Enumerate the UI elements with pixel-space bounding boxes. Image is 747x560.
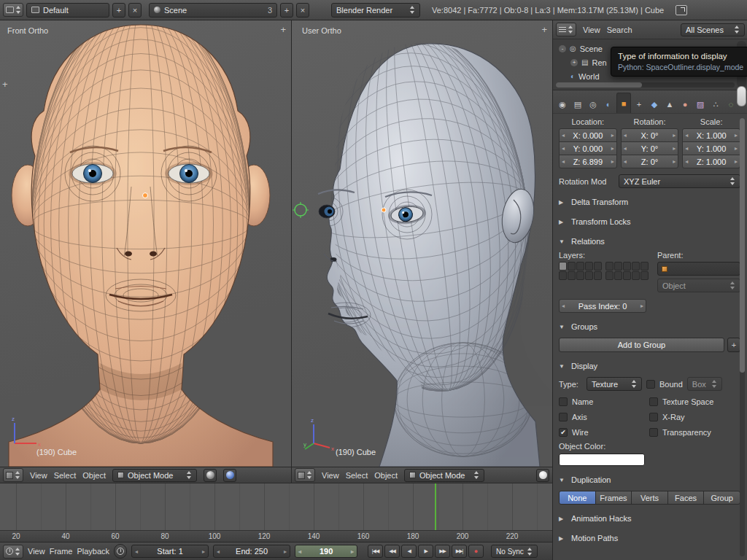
viewport-shading-button[interactable] — [536, 469, 549, 482]
layer-toggle[interactable] — [614, 271, 622, 280]
tab-object[interactable]: ■ — [616, 93, 631, 113]
menu-object[interactable]: Object — [374, 471, 398, 480]
jump-to-end-button[interactable]: ▶▶| — [452, 545, 467, 558]
decrement-icon[interactable]: ◂ — [217, 548, 220, 555]
display-mode-dropdown[interactable]: All Scenes — [681, 23, 745, 36]
panel-delta-transform[interactable]: ▶Delta Transform — [559, 196, 740, 208]
transform-field[interactable]: ◂Z: 1.000▸ — [682, 155, 740, 168]
menu-select[interactable]: Select — [346, 471, 368, 480]
duplication-faces[interactable]: Faces — [667, 491, 705, 505]
tab-material[interactable]: ● — [678, 96, 692, 113]
object-color-swatch[interactable] — [559, 454, 645, 466]
editor-type-info-icon[interactable] — [3, 3, 23, 17]
checkbox-texture-space[interactable]: Texture Space — [649, 397, 740, 406]
panel-motion-paths[interactable]: ▶Motion Paths — [559, 532, 740, 544]
checkbox-box[interactable] — [649, 428, 658, 437]
tab-data[interactable]: ▲ — [662, 96, 677, 113]
layers-grid-1[interactable] — [559, 262, 602, 280]
new-group-button[interactable]: + — [727, 338, 740, 352]
layer-toggle[interactable] — [576, 271, 584, 280]
prev-keyframe-button[interactable]: ◀◀ — [384, 545, 400, 558]
bound-type-dropdown[interactable]: Box — [687, 377, 722, 391]
play-reverse-button[interactable]: ◀ — [401, 545, 417, 558]
panel-groups[interactable]: ▼Groups — [559, 321, 740, 332]
menu-view[interactable]: View — [30, 471, 47, 480]
layer-toggle[interactable] — [559, 271, 567, 280]
scrollbar-thumb[interactable] — [556, 82, 642, 88]
layer-toggle[interactable] — [632, 262, 640, 271]
increment-icon[interactable]: ▸ — [351, 548, 354, 555]
layer-toggle[interactable] — [576, 262, 584, 271]
frame-end-field[interactable]: ◂End: 250▸ — [213, 545, 290, 558]
timeline-ruler[interactable]: 20406080100120140160180200220 — [0, 530, 552, 542]
layer-toggle[interactable] — [640, 271, 649, 280]
increment-icon[interactable]: ▸ — [202, 548, 205, 555]
menu-search[interactable]: Search — [607, 26, 632, 34]
next-keyframe-button[interactable]: ▶▶ — [435, 545, 450, 558]
viewport-shading-button[interactable] — [204, 469, 217, 482]
region-plus-icon[interactable]: + — [541, 24, 547, 35]
pass-index-field[interactable]: ◂Pass Index: 0▸ — [559, 299, 646, 313]
menu-view[interactable]: View — [28, 547, 45, 556]
transform-field[interactable]: ◂Z: 6.899▸ — [559, 155, 617, 168]
checkbox-transparency[interactable]: Transparency — [649, 428, 740, 437]
panel-duplication[interactable]: ▼Duplication — [559, 474, 740, 486]
layer-toggle[interactable] — [614, 262, 622, 271]
increment-icon[interactable]: ▸ — [284, 548, 287, 555]
layer-toggle[interactable] — [568, 262, 576, 271]
duplication-none[interactable]: None — [559, 491, 596, 505]
checkbox-box[interactable] — [646, 380, 655, 389]
parent-type-dropdown[interactable]: Object — [657, 279, 740, 292]
checkbox-box[interactable] — [649, 413, 658, 421]
checkbox-bound[interactable]: Bound — [646, 380, 683, 389]
frame-start-field[interactable]: ◂Start: 1▸ — [131, 545, 209, 558]
viewport-front-canvas[interactable] — [0, 20, 291, 467]
editor-type-outliner-icon[interactable] — [556, 23, 576, 36]
layer-toggle[interactable] — [623, 262, 631, 271]
transform-field[interactable]: ◂X: 0°▸ — [621, 128, 679, 142]
mode-dropdown[interactable]: Object Mode — [112, 469, 197, 482]
collapse-icon[interactable]: - — [559, 45, 566, 52]
tab-modifiers[interactable]: ◆ — [647, 96, 662, 113]
delete-scene-button[interactable]: × — [296, 3, 309, 18]
menu-object[interactable]: Object — [82, 471, 106, 480]
rotation-mode-dropdown[interactable]: XYZ Euler — [619, 174, 740, 188]
duplication-frames[interactable]: Frames — [595, 491, 632, 505]
layer-toggle[interactable] — [585, 271, 593, 280]
checkbox-box[interactable] — [649, 397, 658, 406]
current-frame-field[interactable]: ◂190▸ — [295, 545, 357, 558]
layers-grid-2[interactable] — [605, 262, 649, 280]
jump-to-start-button[interactable]: |◀◀ — [368, 545, 383, 558]
timeline-canvas[interactable] — [0, 483, 552, 530]
layer-toggle[interactable] — [623, 271, 631, 280]
delete-layout-button[interactable]: × — [128, 3, 142, 18]
layer-toggle[interactable] — [559, 262, 567, 271]
window-duplicate-icon[interactable] — [676, 5, 687, 15]
add-to-group-button[interactable]: Add to Group — [559, 338, 724, 352]
transform-field[interactable]: ◂X: 1.000▸ — [682, 128, 740, 142]
toolbar-plus-icon[interactable]: + — [2, 79, 8, 90]
checkbox-axis[interactable]: Axis — [559, 413, 646, 421]
properties-scrollbar[interactable] — [740, 118, 745, 556]
scr ollbar-thumb[interactable] — [740, 118, 745, 373]
panel-animation-hacks[interactable]: ▶Animation Hacks — [559, 513, 740, 524]
menu-view[interactable]: View — [583, 26, 600, 34]
increment-icon[interactable]: ▸ — [640, 303, 643, 309]
layer-toggle[interactable] — [605, 271, 614, 280]
render-engine-dropdown[interactable]: Blender Render — [331, 3, 420, 18]
checkbox-box[interactable] — [559, 413, 568, 421]
expand-icon[interactable]: + — [570, 59, 578, 66]
editor-type-3dview-icon[interactable] — [3, 468, 23, 482]
menu-frame[interactable]: Frame — [50, 547, 73, 556]
region-plus-icon[interactable]: + — [280, 24, 286, 35]
add-layout-button[interactable]: + — [112, 3, 125, 18]
layer-toggle[interactable] — [594, 271, 602, 280]
tab-world[interactable]: ◐ — [601, 96, 616, 113]
tab-particles[interactable]: ∴ — [708, 96, 723, 113]
transform-field[interactable]: ◂X: 0.000▸ — [559, 128, 617, 142]
checkbox-box[interactable]: ✔ — [559, 428, 568, 437]
checkbox-name[interactable]: Name — [559, 397, 646, 406]
screen-layout-dropdown[interactable]: Default — [26, 3, 109, 18]
tab-render-layers[interactable]: ▤ — [570, 96, 585, 113]
duplication-verts[interactable]: Verts — [631, 491, 668, 505]
